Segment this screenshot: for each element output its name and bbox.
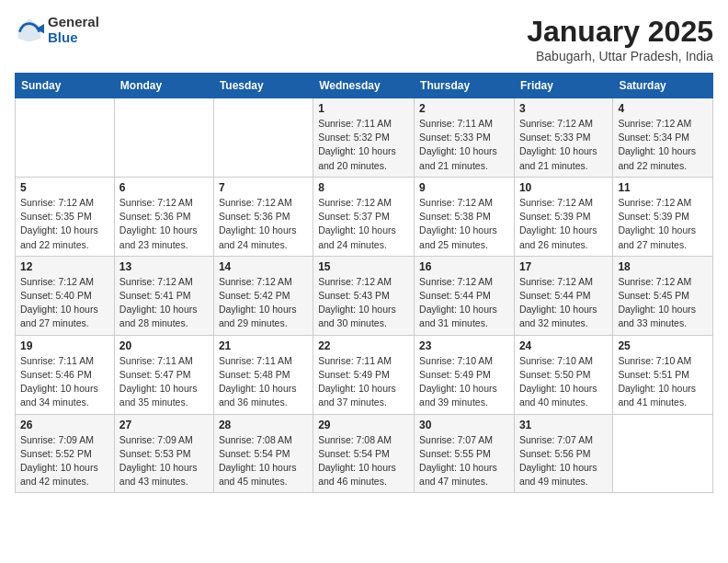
day-number: 16 (419, 260, 509, 273)
day-number: 30 (419, 419, 509, 431)
calendar-cell: 29Sunrise: 7:08 AM Sunset: 5:54 PM Dayli… (313, 414, 415, 493)
day-info: Sunrise: 7:12 AM Sunset: 5:39 PM Dayligh… (519, 196, 608, 252)
day-number: 12 (20, 260, 109, 273)
calendar-cell: 30Sunrise: 7:07 AM Sunset: 5:55 PM Dayli… (415, 414, 515, 493)
day-number: 5 (20, 181, 109, 194)
day-info: Sunrise: 7:11 AM Sunset: 5:48 PM Dayligh… (219, 354, 308, 410)
calendar-cell: 6Sunrise: 7:12 AM Sunset: 5:36 PM Daylig… (114, 177, 213, 256)
dow-header-tuesday: Tuesday (213, 74, 313, 98)
day-info: Sunrise: 7:11 AM Sunset: 5:49 PM Dayligh… (318, 354, 409, 410)
calendar-cell: 31Sunrise: 7:07 AM Sunset: 5:56 PM Dayli… (514, 414, 612, 493)
calendar-cell: 2Sunrise: 7:11 AM Sunset: 5:33 PM Daylig… (415, 98, 515, 178)
week-row-5: 26Sunrise: 7:09 AM Sunset: 5:52 PM Dayli… (16, 414, 713, 493)
calendar-cell: 8Sunrise: 7:12 AM Sunset: 5:37 PM Daylig… (313, 177, 415, 256)
week-row-2: 5Sunrise: 7:12 AM Sunset: 5:35 PM Daylig… (16, 177, 713, 256)
day-number: 2 (419, 102, 509, 115)
day-number: 6 (119, 181, 209, 194)
calendar-cell (114, 98, 213, 178)
day-info: Sunrise: 7:12 AM Sunset: 5:36 PM Dayligh… (119, 196, 209, 252)
calendar-table: SundayMondayTuesdayWednesdayThursdayFrid… (15, 73, 713, 493)
day-number: 15 (318, 260, 409, 273)
calendar-cell: 10Sunrise: 7:12 AM Sunset: 5:39 PM Dayli… (514, 177, 612, 256)
dow-header-monday: Monday (114, 74, 213, 98)
day-number: 23 (419, 339, 509, 352)
day-number: 29 (318, 419, 409, 431)
calendar-cell: 16Sunrise: 7:12 AM Sunset: 5:44 PM Dayli… (415, 256, 515, 335)
day-info: Sunrise: 7:08 AM Sunset: 5:54 PM Dayligh… (318, 433, 409, 489)
day-info: Sunrise: 7:07 AM Sunset: 5:56 PM Dayligh… (519, 433, 608, 489)
dow-header-sunday: Sunday (16, 74, 115, 98)
day-info: Sunrise: 7:11 AM Sunset: 5:47 PM Dayligh… (119, 354, 209, 410)
calendar-cell: 3Sunrise: 7:12 AM Sunset: 5:33 PM Daylig… (514, 98, 612, 178)
day-number: 7 (219, 181, 308, 194)
day-number: 26 (20, 419, 109, 431)
calendar-cell: 19Sunrise: 7:11 AM Sunset: 5:46 PM Dayli… (16, 335, 115, 414)
calendar-cell: 26Sunrise: 7:09 AM Sunset: 5:52 PM Dayli… (16, 414, 115, 493)
day-number: 13 (119, 260, 209, 273)
day-info: Sunrise: 7:12 AM Sunset: 5:44 PM Dayligh… (519, 275, 608, 331)
calendar-cell: 4Sunrise: 7:12 AM Sunset: 5:34 PM Daylig… (613, 98, 713, 178)
calendar-cell: 25Sunrise: 7:10 AM Sunset: 5:51 PM Dayli… (613, 335, 713, 414)
day-info: Sunrise: 7:11 AM Sunset: 5:46 PM Dayligh… (20, 354, 109, 410)
day-number: 28 (219, 419, 308, 431)
day-number: 31 (519, 419, 608, 431)
dow-header-thursday: Thursday (415, 74, 515, 98)
calendar-cell: 12Sunrise: 7:12 AM Sunset: 5:40 PM Dayli… (16, 256, 115, 335)
day-number: 8 (318, 181, 409, 194)
day-info: Sunrise: 7:09 AM Sunset: 5:53 PM Dayligh… (119, 433, 209, 489)
calendar-cell: 5Sunrise: 7:12 AM Sunset: 5:35 PM Daylig… (16, 177, 115, 256)
day-number: 18 (618, 260, 708, 273)
day-info: Sunrise: 7:11 AM Sunset: 5:33 PM Dayligh… (419, 117, 509, 173)
day-number: 25 (618, 339, 708, 352)
day-info: Sunrise: 7:12 AM Sunset: 5:36 PM Dayligh… (219, 196, 308, 252)
calendar-cell (613, 414, 713, 493)
day-number: 22 (318, 339, 409, 352)
calendar-cell: 11Sunrise: 7:12 AM Sunset: 5:39 PM Dayli… (613, 177, 713, 256)
day-info: Sunrise: 7:12 AM Sunset: 5:33 PM Dayligh… (519, 117, 608, 173)
day-number: 21 (219, 339, 308, 352)
day-number: 17 (519, 260, 608, 273)
day-info: Sunrise: 7:10 AM Sunset: 5:49 PM Dayligh… (419, 354, 509, 410)
logo-icon (15, 16, 44, 45)
calendar-cell: 9Sunrise: 7:12 AM Sunset: 5:38 PM Daylig… (415, 177, 515, 256)
calendar-title: January 2025 (527, 15, 713, 49)
day-info: Sunrise: 7:11 AM Sunset: 5:32 PM Dayligh… (318, 117, 409, 173)
calendar-cell: 23Sunrise: 7:10 AM Sunset: 5:49 PM Dayli… (415, 335, 515, 414)
day-info: Sunrise: 7:12 AM Sunset: 5:40 PM Dayligh… (20, 275, 109, 331)
day-info: Sunrise: 7:12 AM Sunset: 5:44 PM Dayligh… (419, 275, 509, 331)
day-info: Sunrise: 7:12 AM Sunset: 5:43 PM Dayligh… (318, 275, 409, 331)
calendar-subtitle: Babugarh, Uttar Pradesh, India (527, 49, 713, 63)
calendar-cell: 28Sunrise: 7:08 AM Sunset: 5:54 PM Dayli… (213, 414, 313, 493)
day-info: Sunrise: 7:12 AM Sunset: 5:41 PM Dayligh… (119, 275, 209, 331)
week-row-4: 19Sunrise: 7:11 AM Sunset: 5:46 PM Dayli… (16, 335, 713, 414)
day-info: Sunrise: 7:12 AM Sunset: 5:45 PM Dayligh… (618, 275, 708, 331)
dow-header-saturday: Saturday (613, 74, 713, 98)
calendar-cell: 27Sunrise: 7:09 AM Sunset: 5:53 PM Dayli… (114, 414, 213, 493)
day-number: 10 (519, 181, 608, 194)
day-info: Sunrise: 7:12 AM Sunset: 5:39 PM Dayligh… (618, 196, 708, 252)
day-info: Sunrise: 7:08 AM Sunset: 5:54 PM Dayligh… (219, 433, 308, 489)
calendar-cell (16, 98, 115, 178)
day-number: 4 (618, 102, 708, 115)
calendar-cell: 7Sunrise: 7:12 AM Sunset: 5:36 PM Daylig… (213, 177, 313, 256)
day-info: Sunrise: 7:12 AM Sunset: 5:35 PM Dayligh… (20, 196, 109, 252)
calendar-cell: 24Sunrise: 7:10 AM Sunset: 5:50 PM Dayli… (514, 335, 612, 414)
logo-general-text: General (48, 15, 99, 30)
day-number: 11 (618, 181, 708, 194)
day-number: 24 (519, 339, 608, 352)
calendar-cell: 18Sunrise: 7:12 AM Sunset: 5:45 PM Dayli… (613, 256, 713, 335)
day-number: 14 (219, 260, 308, 273)
day-number: 3 (519, 102, 608, 115)
logo: General Blue (15, 15, 99, 45)
day-number: 20 (119, 339, 209, 352)
day-info: Sunrise: 7:10 AM Sunset: 5:51 PM Dayligh… (618, 354, 708, 410)
logo-text: General Blue (48, 15, 99, 45)
day-info: Sunrise: 7:12 AM Sunset: 5:38 PM Dayligh… (419, 196, 509, 252)
page-header: General Blue January 2025 Babugarh, Utta… (15, 15, 713, 63)
days-of-week-row: SundayMondayTuesdayWednesdayThursdayFrid… (16, 74, 713, 98)
week-row-1: 1Sunrise: 7:11 AM Sunset: 5:32 PM Daylig… (16, 98, 713, 178)
dow-header-wednesday: Wednesday (313, 74, 415, 98)
day-info: Sunrise: 7:12 AM Sunset: 5:37 PM Dayligh… (318, 196, 409, 252)
day-number: 9 (419, 181, 509, 194)
calendar-cell: 13Sunrise: 7:12 AM Sunset: 5:41 PM Dayli… (114, 256, 213, 335)
